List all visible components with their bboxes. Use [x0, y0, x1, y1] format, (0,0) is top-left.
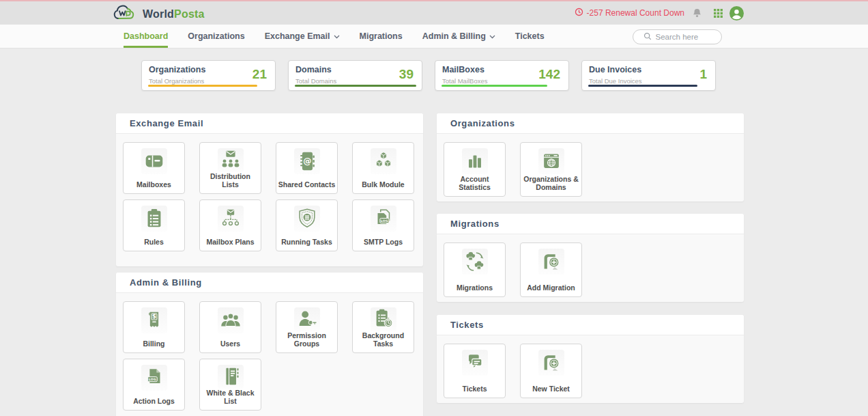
search-input[interactable]	[656, 33, 712, 41]
billing-icon: $	[141, 307, 167, 333]
section-title: Tickets	[437, 315, 744, 335]
tile-users[interactable]: Users	[199, 301, 261, 353]
section-title: Migrations	[437, 214, 744, 234]
tile-new-ticket[interactable]: New Ticket	[520, 344, 582, 398]
stat-subtitle: Total Organizations	[149, 77, 268, 85]
stat-value: 1	[699, 67, 707, 82]
nav-label: Tickets	[515, 31, 545, 41]
nav-item-migrations[interactable]: Migrations	[360, 25, 403, 48]
tile-label: Bulk Module	[360, 180, 405, 189]
nav-label: Dashboard	[124, 31, 168, 41]
tile-tickets[interactable]: Tickets	[444, 344, 506, 398]
white-black-list-icon	[218, 365, 244, 389]
account-statistics-icon	[462, 148, 488, 174]
stat-card-organizations[interactable]: Organizations Total Organizations 21	[141, 60, 276, 91]
tile-label: New Ticket	[531, 385, 571, 393]
tile-label: Background Tasks	[353, 331, 414, 348]
nav-item-admin-billing[interactable]: Admin & Billing	[422, 25, 495, 48]
shared-contacts-icon: @	[294, 148, 320, 174]
tile-rules[interactable]: Rules	[123, 199, 185, 251]
section-title: Admin & Billing	[116, 273, 423, 293]
migrations-icon	[462, 249, 488, 275]
dashboard-page: WorldPosta -257 Renewal Count Down	[0, 0, 868, 416]
search-box[interactable]	[633, 29, 722, 44]
distribution-lists-icon	[218, 148, 244, 172]
permission-groups-icon	[294, 307, 320, 331]
tile-grid: Account Statistics Organizations & Domai…	[437, 134, 744, 202]
action-logs-icon: LOG	[141, 365, 167, 391]
nav-label: Migrations	[360, 31, 403, 41]
tile-grid: $ Billing Users Permission Groups	[116, 293, 423, 416]
tile-migrations[interactable]: Migrations	[444, 242, 506, 297]
tile-organizations-domains[interactable]: Organizations & Domains	[520, 142, 582, 197]
tile-permission-groups[interactable]: Permission Groups	[276, 301, 338, 353]
search-icon	[643, 31, 652, 43]
tile-account-statistics[interactable]: Account Statistics	[444, 142, 506, 197]
tile-background-tasks[interactable]: Background Tasks	[352, 301, 414, 353]
nav-item-dashboard[interactable]: Dashboard	[124, 25, 168, 48]
tile-label: White & Black List	[200, 389, 261, 406]
tile-smtp-logs[interactable]: LOG SMTP Logs	[352, 199, 414, 251]
worldposta-logo[interactable]: WorldPosta	[112, 3, 205, 25]
stat-value: 142	[538, 67, 560, 82]
tile-add-migration[interactable]: Add Migration	[520, 242, 582, 297]
tile-billing[interactable]: $ Billing	[123, 301, 185, 353]
nav-item-exchange-email[interactable]: Exchange Email	[265, 25, 340, 48]
tile-label: SMTP Logs	[362, 238, 404, 247]
stat-accent-bar	[148, 85, 257, 87]
nav-label: Organizations	[188, 31, 244, 41]
tile-label: Running Tasks	[280, 238, 333, 247]
tile-mailbox-plans[interactable]: Mailbox Plans	[199, 199, 261, 251]
renewal-countdown[interactable]: -257 Renewal Count Down	[575, 8, 684, 18]
tile-label: Mailbox Plans	[205, 238, 255, 247]
stat-title: Due Invoices	[589, 65, 708, 74]
tile-label: Shared Contacts	[277, 180, 336, 189]
left-column: Exchange Email Mailboxes Distribution Li…	[116, 113, 423, 416]
add-migration-icon	[538, 249, 564, 275]
tile-mailboxes[interactable]: Mailboxes	[123, 142, 185, 194]
section-exchange-email: Exchange Email Mailboxes Distribution Li…	[116, 113, 423, 266]
tile-action-logs[interactable]: LOG Action Logs	[123, 359, 185, 411]
tile-distribution-lists[interactable]: Distribution Lists	[199, 142, 261, 194]
tile-label: Add Migration	[525, 283, 577, 292]
user-avatar[interactable]	[729, 6, 744, 20]
clock-icon	[575, 8, 583, 18]
tile-grid: Migrations Add Migration	[437, 234, 744, 302]
section-title: Exchange Email	[116, 113, 423, 134]
mailbox-plans-icon	[218, 206, 244, 232]
app-header: WorldPosta -257 Renewal Count Down	[0, 1, 868, 25]
stat-accent-bar	[588, 85, 697, 87]
tile-label: Mailboxes	[135, 180, 173, 189]
tile-shared-contacts[interactable]: @ Shared Contacts	[276, 142, 338, 194]
nav-item-tickets[interactable]: Tickets	[515, 25, 545, 48]
tile-running-tasks[interactable]: Running Tasks	[276, 199, 338, 251]
main-nav: Dashboard Organizations Exchange Email M…	[0, 25, 868, 48]
tile-label: Tickets	[461, 385, 489, 393]
tile-grid: Tickets New Ticket	[437, 335, 744, 403]
section-title: Organizations	[437, 113, 744, 134]
rules-icon	[141, 206, 167, 232]
bulk-module-icon	[371, 148, 396, 174]
chevron-down-icon	[334, 31, 340, 41]
stat-value: 39	[399, 67, 414, 82]
stat-card-domains[interactable]: Domains Total Domains 39	[288, 60, 422, 91]
tile-white-black-list[interactable]: White & Black List	[199, 359, 261, 411]
svg-text:$: $	[152, 313, 156, 320]
tile-label: Distribution Lists	[200, 172, 261, 189]
nav-label: Exchange Email	[265, 31, 330, 41]
smtp-logs-icon: LOG	[371, 206, 396, 232]
apps-grid-icon[interactable]	[714, 9, 723, 18]
stat-card-due-invoices[interactable]: Due Invoices Total Due Invoices 1	[581, 60, 716, 91]
section-migrations: Migrations Migrations Add Migration	[437, 214, 744, 302]
tile-bulk-module[interactable]: Bulk Module	[352, 142, 414, 194]
svg-text:@: @	[303, 156, 311, 166]
stats-row: Organizations Total Organizations 21 Dom…	[141, 60, 716, 91]
nav-item-organizations[interactable]: Organizations	[188, 25, 244, 48]
stat-card-mailboxes[interactable]: MailBoxes Total MailBoxes 142	[435, 60, 569, 91]
nav-label: Admin & Billing	[422, 31, 486, 41]
stat-accent-bar	[295, 85, 416, 87]
stat-value: 21	[252, 67, 267, 82]
tile-grid: Mailboxes Distribution Lists @ Shared Co…	[116, 134, 423, 266]
notifications-bell-icon[interactable]	[692, 8, 702, 18]
tile-label: Migrations	[455, 283, 494, 292]
